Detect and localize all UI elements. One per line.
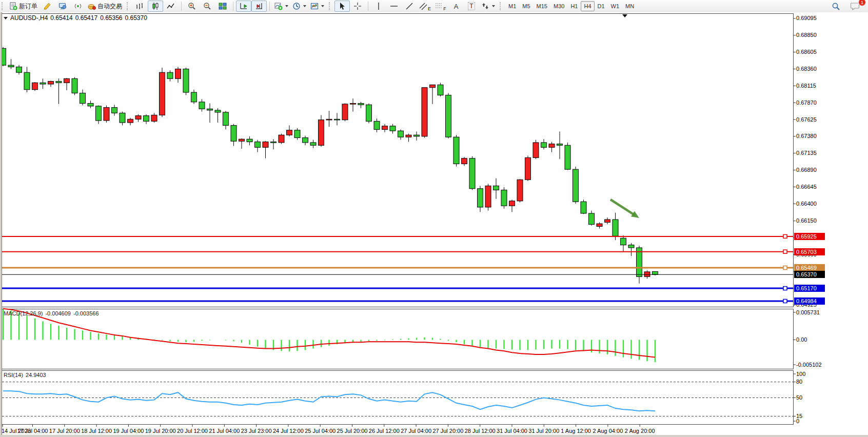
candle <box>319 120 324 146</box>
equidistant-channel-button[interactable]: E <box>417 1 433 12</box>
candle <box>231 125 236 141</box>
zoom-out-icon <box>203 2 211 10</box>
signals-button[interactable] <box>70 1 86 12</box>
time-axis-label: 25 Jul 20:00 <box>337 428 368 434</box>
line-handle[interactable] <box>783 234 787 238</box>
price-axis-label: 0.67870 <box>796 100 817 106</box>
candle <box>462 158 467 164</box>
time-axis-label: 27 Jul 04:00 <box>401 428 431 434</box>
macd-axis-label: -0.005102 <box>796 362 822 368</box>
timeframe-mn-button[interactable]: MN <box>622 1 637 11</box>
timeframe-m30-button[interactable]: M30 <box>550 1 567 11</box>
auto-scroll-button[interactable] <box>236 1 251 12</box>
time-axis-label: 2 Aug 20:00 <box>625 428 655 434</box>
tile-windows-icon <box>219 2 227 10</box>
candle <box>334 119 340 120</box>
candle <box>167 72 173 78</box>
candle <box>478 189 483 207</box>
timeframe-m5-button[interactable]: M5 <box>519 1 533 11</box>
timeframe-h1-button[interactable]: H1 <box>567 1 581 11</box>
price-axis-label: 0.66150 <box>796 217 817 224</box>
toolbar-group-trade: 新订单 自动交易 <box>6 0 125 12</box>
virtual-hosting-button[interactable] <box>55 1 70 12</box>
candle <box>326 119 332 120</box>
toolbar-drag-handle[interactable] <box>329 2 332 10</box>
candle <box>446 95 451 137</box>
candlestick-chart-button[interactable] <box>148 1 163 12</box>
candle <box>398 131 404 137</box>
toolbar-separator <box>233 2 233 11</box>
new-order-button[interactable]: 新订单 <box>7 1 40 12</box>
mt4-terminal: 新订单 自动交易 <box>0 0 868 437</box>
chat-button[interactable]: 1 <box>847 1 863 12</box>
chart-canvas[interactable] <box>0 12 868 437</box>
candle <box>183 69 189 92</box>
periods-button[interactable] <box>290 1 308 12</box>
timeframe-m15-button[interactable]: M15 <box>534 1 550 11</box>
timeframe-m1-button[interactable]: M1 <box>505 1 519 11</box>
line-handle[interactable] <box>783 300 787 303</box>
line-handle[interactable] <box>783 250 787 253</box>
toolbar-group-scroll <box>235 0 268 12</box>
toolbar-drag-handle[interactable] <box>2 2 5 10</box>
candle <box>215 110 221 112</box>
trendline-button[interactable] <box>402 1 417 12</box>
bar-chart-button[interactable] <box>132 1 148 12</box>
metaeditor-icon <box>43 2 51 10</box>
candle <box>271 142 277 143</box>
auto-scroll-icon <box>240 2 248 10</box>
notification-badge: 1 <box>858 0 866 6</box>
candle <box>80 93 86 103</box>
search-button[interactable] <box>828 1 843 12</box>
channel-glyph: E <box>428 6 431 11</box>
timeframe-h4-button[interactable]: H4 <box>581 1 594 11</box>
price-axis-label: 0.68115 <box>796 83 816 89</box>
rsi-axis-label: 0 <box>796 418 799 424</box>
line-handle[interactable] <box>783 266 787 270</box>
candle <box>406 135 411 137</box>
autotrading-button[interactable]: 自动交易 <box>86 1 124 12</box>
text-label-button[interactable]: T <box>464 1 479 12</box>
toolbar-drag-handle[interactable] <box>127 2 130 10</box>
chart-window[interactable]: AUDUSD-,H4 0.65414 0.65417 0.65356 0.653… <box>0 12 868 437</box>
indicators-button[interactable] <box>272 1 290 12</box>
candle <box>589 213 595 224</box>
rsi-name: RSI(14) <box>4 372 23 378</box>
cursor-button[interactable] <box>334 1 350 12</box>
tile-windows-button[interactable] <box>215 1 230 12</box>
time-axis-label: 20 Jul 12:00 <box>177 428 208 434</box>
chart-dropdown-icon[interactable] <box>4 17 8 19</box>
candle <box>597 224 602 226</box>
line-handle[interactable] <box>783 287 787 290</box>
zoom-in-button[interactable] <box>184 1 200 12</box>
time-axis-label: 27 Jul 20:00 <box>432 428 463 434</box>
new-order-icon <box>9 2 17 10</box>
arrows-button[interactable] <box>479 1 497 12</box>
text-button[interactable]: A <box>448 1 464 12</box>
zoom-out-button[interactable] <box>200 1 215 12</box>
candle <box>104 108 109 121</box>
crosshair-button[interactable] <box>350 1 365 12</box>
candle <box>303 138 308 143</box>
price-level-label: 0.65469 <box>794 264 825 271</box>
dropdown-arrow-icon <box>492 5 495 7</box>
ohlc-close: 0.65370 <box>125 14 147 22</box>
toolbar-drag-handle[interactable] <box>500 2 503 10</box>
chart-shift-marker[interactable] <box>622 14 627 17</box>
timeframe-w1-button[interactable]: W1 <box>608 1 623 11</box>
candle <box>621 238 626 245</box>
annotation-arrow[interactable] <box>610 200 635 215</box>
candle <box>342 104 348 120</box>
templates-button[interactable] <box>308 1 326 12</box>
metaeditor-button[interactable] <box>40 1 55 12</box>
candle <box>294 130 300 138</box>
chart-shift-button[interactable] <box>251 1 267 12</box>
line-chart-button[interactable] <box>163 1 179 12</box>
fibonacci-button[interactable]: F <box>433 1 448 12</box>
vertical-line-button[interactable] <box>371 1 386 12</box>
horizontal-line-button[interactable] <box>386 1 402 12</box>
ohlc-low: 0.65356 <box>100 14 122 22</box>
timeframe-d1-button[interactable]: D1 <box>595 1 608 11</box>
candle <box>263 142 268 148</box>
candle <box>310 143 316 145</box>
